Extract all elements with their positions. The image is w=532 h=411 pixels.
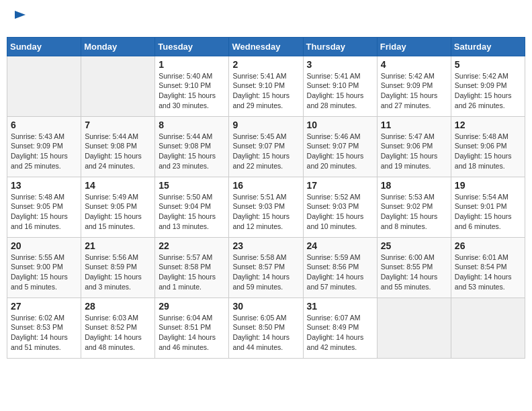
day-number: 4 [381,59,447,70]
day-number: 6 [11,120,77,130]
day-number: 19 [455,180,521,191]
calendar-cell: 27Sunrise: 6:02 AM Sunset: 8:53 PM Dayli… [7,298,81,358]
day-number: 18 [381,180,447,191]
day-info: Sunrise: 6:07 AM Sunset: 8:49 PM Dayligh… [307,313,373,353]
day-number: 3 [307,59,373,70]
day-info: Sunrise: 5:44 AM Sunset: 9:08 PM Dayligh… [85,132,151,171]
weekday-header-row: SundayMondayTuesdayWednesdayThursdayFrid… [7,37,525,56]
day-info: Sunrise: 5:52 AM Sunset: 9:03 PM Dayligh… [307,192,373,232]
calendar-cell: 6Sunrise: 5:43 AM Sunset: 9:09 PM Daylig… [7,116,81,177]
weekday-header-sunday: Sunday [7,37,81,56]
weekday-header-saturday: Saturday [451,37,525,56]
calendar-cell: 26Sunrise: 6:01 AM Sunset: 8:54 PM Dayli… [451,237,525,298]
day-info: Sunrise: 5:48 AM Sunset: 9:05 PM Dayligh… [11,192,77,232]
calendar-cell [377,298,451,358]
day-number: 31 [307,301,373,312]
calendar-cell: 10Sunrise: 5:46 AM Sunset: 9:07 PM Dayli… [303,116,377,177]
day-info: Sunrise: 6:03 AM Sunset: 8:52 PM Dayligh… [85,313,151,353]
calendar-cell: 12Sunrise: 5:48 AM Sunset: 9:06 PM Dayli… [451,116,525,177]
day-number: 23 [232,240,299,251]
day-info: Sunrise: 5:48 AM Sunset: 9:06 PM Dayligh… [455,132,521,171]
calendar-cell: 7Sunrise: 5:44 AM Sunset: 9:08 PM Daylig… [81,116,155,177]
day-number: 30 [232,301,299,312]
weekday-header-thursday: Thursday [303,37,377,56]
weekday-header-friday: Friday [377,37,451,56]
day-number: 15 [159,180,225,191]
calendar-cell: 4Sunrise: 5:42 AM Sunset: 9:09 PM Daylig… [377,56,451,116]
day-number: 5 [455,59,521,70]
calendar-cell: 15Sunrise: 5:50 AM Sunset: 9:04 PM Dayli… [155,177,229,237]
day-info: Sunrise: 5:44 AM Sunset: 9:08 PM Dayligh… [159,132,225,171]
logo-flag-icon [13,9,27,26]
calendar-cell: 14Sunrise: 5:49 AM Sunset: 9:05 PM Dayli… [81,177,155,237]
day-number: 14 [85,180,151,191]
day-number: 11 [381,120,447,130]
calendar-cell: 13Sunrise: 5:48 AM Sunset: 9:05 PM Dayli… [7,177,81,237]
day-number: 21 [85,240,151,251]
day-info: Sunrise: 5:42 AM Sunset: 9:09 PM Dayligh… [455,71,521,111]
calendar-cell: 5Sunrise: 5:42 AM Sunset: 9:09 PM Daylig… [451,56,525,116]
day-number: 22 [159,240,225,251]
day-info: Sunrise: 6:01 AM Sunset: 8:54 PM Dayligh… [455,253,521,292]
day-info: Sunrise: 6:04 AM Sunset: 8:51 PM Dayligh… [159,313,225,353]
day-number: 17 [307,180,373,191]
calendar-cell: 17Sunrise: 5:52 AM Sunset: 9:03 PM Dayli… [303,177,377,237]
calendar-cell: 19Sunrise: 5:54 AM Sunset: 9:01 PM Dayli… [451,177,525,237]
calendar-cell: 11Sunrise: 5:47 AM Sunset: 9:06 PM Dayli… [377,116,451,177]
weekday-header-wednesday: Wednesday [229,37,303,56]
calendar-table: SundayMondayTuesdayWednesdayThursdayFrid… [7,37,525,359]
calendar-cell: 1Sunrise: 5:40 AM Sunset: 9:10 PM Daylig… [155,56,229,116]
calendar-cell: 18Sunrise: 5:53 AM Sunset: 9:02 PM Dayli… [377,177,451,237]
day-number: 2 [232,59,299,70]
calendar-cell [451,298,525,358]
day-info: Sunrise: 5:43 AM Sunset: 9:09 PM Dayligh… [11,132,77,171]
day-info: Sunrise: 5:58 AM Sunset: 8:57 PM Dayligh… [232,253,299,292]
calendar-cell: 22Sunrise: 5:57 AM Sunset: 8:58 PM Dayli… [155,237,229,298]
logo-text [12,9,27,29]
calendar-cell: 24Sunrise: 5:59 AM Sunset: 8:56 PM Dayli… [303,237,377,298]
day-number: 13 [11,180,77,191]
calendar-cell [7,56,81,116]
calendar-week-row: 20Sunrise: 5:55 AM Sunset: 9:00 PM Dayli… [7,237,525,298]
day-info: Sunrise: 5:54 AM Sunset: 9:01 PM Dayligh… [455,192,521,232]
weekday-header-tuesday: Tuesday [155,37,229,56]
logo [12,9,27,29]
day-info: Sunrise: 6:05 AM Sunset: 8:50 PM Dayligh… [232,313,299,353]
calendar-cell: 3Sunrise: 5:41 AM Sunset: 9:10 PM Daylig… [303,56,377,116]
day-info: Sunrise: 5:57 AM Sunset: 8:58 PM Dayligh… [159,253,225,292]
calendar-cell: 9Sunrise: 5:45 AM Sunset: 9:07 PM Daylig… [229,116,303,177]
day-info: Sunrise: 5:50 AM Sunset: 9:04 PM Dayligh… [159,192,225,232]
day-number: 9 [232,120,299,130]
calendar-cell: 21Sunrise: 5:56 AM Sunset: 8:59 PM Dayli… [81,237,155,298]
day-number: 7 [85,120,151,130]
day-info: Sunrise: 5:53 AM Sunset: 9:02 PM Dayligh… [381,192,447,232]
day-info: Sunrise: 5:42 AM Sunset: 9:09 PM Dayligh… [381,71,447,111]
day-number: 12 [455,120,521,130]
day-number: 10 [307,120,373,130]
calendar-week-row: 27Sunrise: 6:02 AM Sunset: 8:53 PM Dayli… [7,298,525,358]
day-number: 26 [455,240,521,251]
day-number: 29 [159,301,225,312]
calendar-cell: 8Sunrise: 5:44 AM Sunset: 9:08 PM Daylig… [155,116,229,177]
calendar-week-row: 1Sunrise: 5:40 AM Sunset: 9:10 PM Daylig… [7,56,525,116]
day-info: Sunrise: 5:56 AM Sunset: 8:59 PM Dayligh… [85,253,151,292]
day-info: Sunrise: 5:41 AM Sunset: 9:10 PM Dayligh… [307,71,373,111]
calendar-cell: 25Sunrise: 6:00 AM Sunset: 8:55 PM Dayli… [377,237,451,298]
calendar-week-row: 13Sunrise: 5:48 AM Sunset: 9:05 PM Dayli… [7,177,525,237]
calendar-cell: 29Sunrise: 6:04 AM Sunset: 8:51 PM Dayli… [155,298,229,358]
day-info: Sunrise: 5:55 AM Sunset: 9:00 PM Dayligh… [11,253,77,292]
calendar-cell: 23Sunrise: 5:58 AM Sunset: 8:57 PM Dayli… [229,237,303,298]
day-info: Sunrise: 5:59 AM Sunset: 8:56 PM Dayligh… [307,253,373,292]
day-number: 8 [159,120,225,130]
calendar-cell: 30Sunrise: 6:05 AM Sunset: 8:50 PM Dayli… [229,298,303,358]
day-info: Sunrise: 5:46 AM Sunset: 9:07 PM Dayligh… [307,132,373,171]
day-info: Sunrise: 6:02 AM Sunset: 8:53 PM Dayligh… [11,313,77,353]
day-info: Sunrise: 5:41 AM Sunset: 9:10 PM Dayligh… [232,71,299,111]
day-info: Sunrise: 6:00 AM Sunset: 8:55 PM Dayligh… [381,253,447,292]
day-number: 25 [381,240,447,251]
day-info: Sunrise: 5:45 AM Sunset: 9:07 PM Dayligh… [232,132,299,171]
weekday-header-monday: Monday [81,37,155,56]
calendar-cell: 20Sunrise: 5:55 AM Sunset: 9:00 PM Dayli… [7,237,81,298]
day-number: 28 [85,301,151,312]
calendar-cell: 31Sunrise: 6:07 AM Sunset: 8:49 PM Dayli… [303,298,377,358]
